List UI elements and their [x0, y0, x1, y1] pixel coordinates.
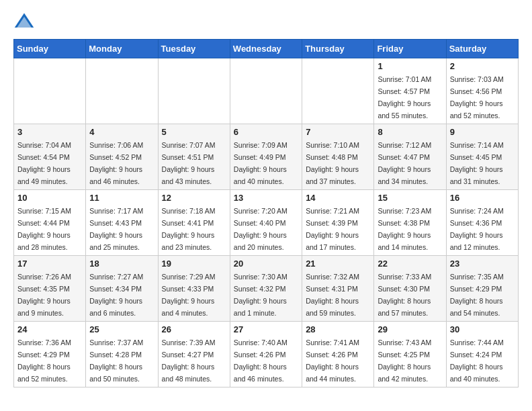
calendar-empty-cell	[302, 58, 374, 124]
day-info: Sunrise: 7:21 AM Sunset: 4:39 PM Dayligh…	[306, 207, 359, 251]
day-info: Sunrise: 7:24 AM Sunset: 4:36 PM Dayligh…	[450, 207, 504, 251]
day-number: 7	[306, 127, 370, 137]
day-number: 3	[17, 127, 82, 137]
calendar-table: SundayMondayTuesdayWednesdayThursdayFrid…	[13, 39, 519, 387]
calendar-day-13: 13Sunrise: 7:20 AM Sunset: 4:40 PM Dayli…	[230, 190, 302, 256]
day-number: 18	[89, 259, 154, 269]
calendar-day-21: 21Sunrise: 7:32 AM Sunset: 4:31 PM Dayli…	[302, 256, 374, 322]
calendar-day-23: 23Sunrise: 7:35 AM Sunset: 4:29 PM Dayli…	[446, 256, 518, 322]
calendar-day-6: 6Sunrise: 7:09 AM Sunset: 4:49 PM Daylig…	[230, 124, 302, 190]
calendar-header-row: SundayMondayTuesdayWednesdayThursdayFrid…	[14, 40, 519, 58]
day-number: 30	[450, 324, 515, 334]
calendar-day-16: 16Sunrise: 7:24 AM Sunset: 4:36 PM Dayli…	[446, 190, 518, 256]
calendar-day-2: 2Sunrise: 7:03 AM Sunset: 4:56 PM Daylig…	[446, 58, 518, 124]
calendar-day-17: 17Sunrise: 7:26 AM Sunset: 4:35 PM Dayli…	[14, 256, 86, 322]
calendar-day-30: 30Sunrise: 7:44 AM Sunset: 4:24 PM Dayli…	[446, 322, 518, 387]
day-number: 28	[306, 324, 370, 334]
calendar-week-row: 3Sunrise: 7:04 AM Sunset: 4:54 PM Daylig…	[14, 124, 519, 190]
weekday-header-friday: Friday	[374, 40, 446, 58]
calendar-day-19: 19Sunrise: 7:29 AM Sunset: 4:33 PM Dayli…	[158, 256, 230, 322]
calendar-day-12: 12Sunrise: 7:18 AM Sunset: 4:41 PM Dayli…	[158, 190, 230, 256]
day-info: Sunrise: 7:20 AM Sunset: 4:40 PM Dayligh…	[234, 207, 287, 251]
day-info: Sunrise: 7:18 AM Sunset: 4:41 PM Dayligh…	[162, 207, 216, 251]
calendar-empty-cell	[230, 58, 302, 124]
weekday-header-tuesday: Tuesday	[158, 40, 230, 58]
calendar-day-15: 15Sunrise: 7:23 AM Sunset: 4:38 PM Dayli…	[374, 190, 446, 256]
day-number: 11	[89, 193, 154, 203]
day-number: 5	[162, 127, 226, 137]
calendar-day-27: 27Sunrise: 7:40 AM Sunset: 4:26 PM Dayli…	[230, 322, 302, 387]
day-number: 8	[378, 127, 442, 137]
weekday-header-monday: Monday	[86, 40, 158, 58]
day-info: Sunrise: 7:09 AM Sunset: 4:49 PM Dayligh…	[234, 141, 287, 185]
weekday-header-thursday: Thursday	[302, 40, 374, 58]
calendar-day-1: 1Sunrise: 7:01 AM Sunset: 4:57 PM Daylig…	[374, 58, 446, 124]
day-number: 12	[162, 193, 226, 203]
weekday-header-wednesday: Wednesday	[230, 40, 302, 58]
day-number: 22	[378, 259, 442, 269]
calendar-week-row: 17Sunrise: 7:26 AM Sunset: 4:35 PM Dayli…	[14, 256, 519, 322]
calendar-day-10: 10Sunrise: 7:15 AM Sunset: 4:44 PM Dayli…	[14, 190, 86, 256]
day-info: Sunrise: 7:15 AM Sunset: 4:44 PM Dayligh…	[17, 207, 71, 251]
day-info: Sunrise: 7:32 AM Sunset: 4:31 PM Dayligh…	[306, 273, 359, 317]
day-number: 20	[234, 259, 298, 269]
calendar-day-11: 11Sunrise: 7:17 AM Sunset: 4:43 PM Dayli…	[86, 190, 158, 256]
day-info: Sunrise: 7:36 AM Sunset: 4:29 PM Dayligh…	[17, 338, 71, 383]
day-info: Sunrise: 7:14 AM Sunset: 4:45 PM Dayligh…	[450, 141, 504, 185]
day-info: Sunrise: 7:37 AM Sunset: 4:28 PM Dayligh…	[89, 338, 143, 383]
day-number: 13	[234, 193, 298, 203]
calendar-day-25: 25Sunrise: 7:37 AM Sunset: 4:28 PM Dayli…	[86, 322, 158, 387]
header	[13, 11, 519, 32]
weekday-header-sunday: Sunday	[14, 40, 86, 58]
day-number: 15	[378, 193, 442, 203]
calendar-day-24: 24Sunrise: 7:36 AM Sunset: 4:29 PM Dayli…	[14, 322, 86, 387]
day-number: 23	[450, 259, 515, 269]
calendar-week-row: 24Sunrise: 7:36 AM Sunset: 4:29 PM Dayli…	[14, 322, 519, 387]
day-info: Sunrise: 7:17 AM Sunset: 4:43 PM Dayligh…	[89, 207, 143, 251]
day-info: Sunrise: 7:12 AM Sunset: 4:47 PM Dayligh…	[378, 141, 431, 185]
calendar-day-29: 29Sunrise: 7:43 AM Sunset: 4:25 PM Dayli…	[374, 322, 446, 387]
calendar-day-8: 8Sunrise: 7:12 AM Sunset: 4:47 PM Daylig…	[374, 124, 446, 190]
calendar-day-20: 20Sunrise: 7:30 AM Sunset: 4:32 PM Dayli…	[230, 256, 302, 322]
day-info: Sunrise: 7:01 AM Sunset: 4:57 PM Dayligh…	[378, 75, 431, 120]
day-number: 1	[378, 61, 442, 71]
day-number: 21	[306, 259, 370, 269]
day-number: 19	[162, 259, 226, 269]
day-info: Sunrise: 7:26 AM Sunset: 4:35 PM Dayligh…	[17, 273, 71, 317]
day-number: 9	[450, 127, 515, 137]
day-number: 25	[89, 324, 154, 334]
day-number: 17	[17, 259, 82, 269]
calendar-day-9: 9Sunrise: 7:14 AM Sunset: 4:45 PM Daylig…	[446, 124, 518, 190]
calendar-day-3: 3Sunrise: 7:04 AM Sunset: 4:54 PM Daylig…	[14, 124, 86, 190]
day-number: 6	[234, 127, 298, 137]
day-info: Sunrise: 7:33 AM Sunset: 4:30 PM Dayligh…	[378, 273, 431, 317]
day-number: 26	[162, 324, 226, 334]
day-info: Sunrise: 7:10 AM Sunset: 4:48 PM Dayligh…	[306, 141, 359, 185]
day-number: 14	[306, 193, 370, 203]
calendar-day-22: 22Sunrise: 7:33 AM Sunset: 4:30 PM Dayli…	[374, 256, 446, 322]
day-number: 10	[17, 193, 82, 203]
day-info: Sunrise: 7:07 AM Sunset: 4:51 PM Dayligh…	[162, 141, 216, 185]
calendar-week-row: 1Sunrise: 7:01 AM Sunset: 4:57 PM Daylig…	[14, 58, 519, 124]
day-info: Sunrise: 7:30 AM Sunset: 4:32 PM Dayligh…	[234, 273, 287, 317]
calendar-day-28: 28Sunrise: 7:41 AM Sunset: 4:26 PM Dayli…	[302, 322, 374, 387]
day-info: Sunrise: 7:04 AM Sunset: 4:54 PM Dayligh…	[17, 141, 71, 185]
day-number: 4	[89, 127, 154, 137]
day-info: Sunrise: 7:23 AM Sunset: 4:38 PM Dayligh…	[378, 207, 431, 251]
day-number: 2	[450, 61, 515, 71]
day-info: Sunrise: 7:06 AM Sunset: 4:52 PM Dayligh…	[89, 141, 143, 185]
weekday-header-saturday: Saturday	[446, 40, 518, 58]
calendar-day-18: 18Sunrise: 7:27 AM Sunset: 4:34 PM Dayli…	[86, 256, 158, 322]
calendar-day-5: 5Sunrise: 7:07 AM Sunset: 4:51 PM Daylig…	[158, 124, 230, 190]
day-info: Sunrise: 7:39 AM Sunset: 4:27 PM Dayligh…	[162, 338, 216, 383]
logo	[13, 11, 39, 32]
day-number: 27	[234, 324, 298, 334]
calendar-empty-cell	[14, 58, 86, 124]
calendar-week-row: 10Sunrise: 7:15 AM Sunset: 4:44 PM Dayli…	[14, 190, 519, 256]
day-info: Sunrise: 7:27 AM Sunset: 4:34 PM Dayligh…	[89, 273, 143, 317]
calendar-day-14: 14Sunrise: 7:21 AM Sunset: 4:39 PM Dayli…	[302, 190, 374, 256]
day-info: Sunrise: 7:40 AM Sunset: 4:26 PM Dayligh…	[234, 338, 287, 383]
day-info: Sunrise: 7:35 AM Sunset: 4:29 PM Dayligh…	[450, 273, 504, 317]
logo-icon	[13, 11, 35, 32]
calendar-day-26: 26Sunrise: 7:39 AM Sunset: 4:27 PM Dayli…	[158, 322, 230, 387]
